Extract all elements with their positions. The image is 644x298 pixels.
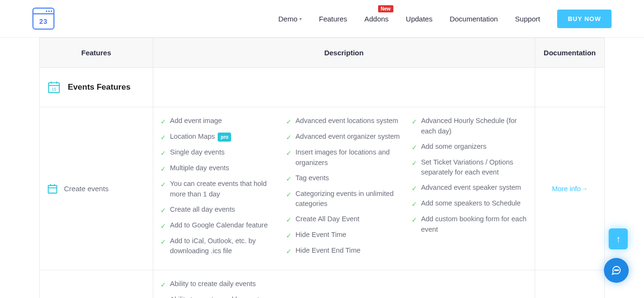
check-icon: ✓ [412, 199, 417, 209]
feature-text: Set Ticket Variations / Options separate… [421, 157, 528, 178]
feature-item: ✓Multiple day events [160, 163, 276, 174]
feature-item: ✓Add event image [160, 116, 276, 127]
more-info-text: More info [552, 185, 581, 193]
feature-text: Add to Google Calendar feature [170, 220, 268, 231]
feature-item: ✓Create all day events [160, 205, 276, 216]
feature-item: ✓Ability to create daily events [160, 279, 528, 290]
calendar-15-icon: 15 [47, 80, 61, 94]
check-icon: ✓ [160, 148, 166, 158]
col-header-description: Description [153, 38, 535, 68]
feature-item: ✓Ability to create weekly events [160, 295, 528, 298]
feature-text: Ability to create weekly events [170, 295, 263, 298]
svg-point-9 [614, 270, 615, 271]
chat-button[interactable] [604, 258, 629, 283]
feature-text: Location Mapspro [170, 132, 231, 142]
check-icon: ✓ [286, 247, 292, 257]
nav-label: Features [319, 15, 347, 23]
feature-item: ✓Add some speakers to Schedule [412, 198, 528, 209]
check-icon: ✓ [286, 174, 292, 184]
check-icon: ✓ [160, 280, 166, 290]
feature-item: ✓Add some organizers [412, 142, 528, 153]
feature-item: ✓Hide Event Time [286, 230, 402, 241]
feature-item: ✓You can create events that hold more th… [160, 179, 276, 200]
check-icon: ✓ [160, 133, 166, 143]
nav-label: Demo [278, 15, 297, 23]
check-icon: ✓ [412, 184, 417, 194]
svg-text:15: 15 [52, 87, 56, 92]
row-label: Create events [64, 185, 108, 193]
feature-text: Advanced Hourly Schedule (for each day) [421, 116, 528, 137]
col-header-documentation: Documentation [535, 38, 604, 68]
table-row: Repeating events ✓Ability to create dail… [40, 270, 605, 298]
check-icon: ✓ [160, 164, 166, 174]
svg-rect-5 [48, 185, 57, 193]
feature-item: ✓Add to Google Calendar feature [160, 220, 276, 231]
feature-text: Create All Day Event [296, 214, 359, 225]
feature-text: Create all day events [170, 205, 235, 215]
nav-label: Addons [364, 15, 389, 23]
feature-item: ✓Create All Day Event [286, 214, 402, 225]
feature-text: Insert images for locations and organize… [296, 147, 402, 168]
header: 23 Demo ▾ Features Addons New Updates Do… [0, 0, 644, 38]
check-icon: ✓ [286, 231, 292, 241]
feature-text: Hide Event Time [296, 230, 346, 240]
feature-item: ✓Advanced event organizer system [286, 132, 402, 143]
feature-item: ✓Advanced event speaker system [412, 183, 528, 194]
nav-addons[interactable]: Addons New [364, 15, 389, 23]
check-icon: ✓ [286, 190, 292, 200]
svg-point-11 [618, 270, 619, 271]
check-icon: ✓ [160, 237, 166, 247]
section-row: 15 Events Features [40, 68, 605, 107]
check-icon: ✓ [286, 215, 292, 225]
logo-text: 23 [33, 14, 53, 29]
nav-updates[interactable]: Updates [406, 15, 433, 23]
feature-item: ✓Add custom booking form for each event [412, 214, 528, 235]
feature-text: Ability to create daily events [170, 279, 256, 289]
nav-label: Documentation [450, 15, 498, 23]
buy-now-button[interactable]: BUY NOW [557, 10, 612, 28]
nav-support[interactable]: Support [515, 15, 540, 23]
feature-text: Advanced event speaker system [421, 183, 521, 193]
feature-text: Add some organizers [421, 142, 486, 152]
more-info-link[interactable]: More info → [552, 185, 587, 193]
feature-text: Add custom booking form for each event [421, 214, 528, 235]
feature-text: Tag events [296, 173, 329, 184]
feature-item: ✓Location Mapspro [160, 132, 276, 143]
feature-text: Multiple day events [170, 163, 229, 174]
check-icon: ✓ [160, 117, 166, 127]
feature-text: Add to iCal, Outlook, etc. by downloadin… [170, 236, 276, 257]
nav-demo[interactable]: Demo ▾ [278, 15, 302, 23]
check-icon: ✓ [412, 158, 417, 168]
feature-item: ✓Set Ticket Variations / Options separat… [412, 157, 528, 178]
feature-text: Hide Event End Time [296, 246, 360, 256]
new-badge: New [378, 5, 394, 12]
nav-label: Support [515, 15, 540, 23]
feature-text: Single day events [170, 147, 224, 158]
feature-item: ✓Hide Event End Time [286, 246, 402, 257]
section-title: Events Features [68, 82, 130, 92]
check-icon: ✓ [160, 206, 166, 216]
feature-item: ✓Single day events [160, 147, 276, 158]
feature-list: ✓Add event image✓Location Mapspro✓Single… [160, 116, 528, 261]
check-icon: ✓ [286, 148, 292, 158]
scroll-to-top-button[interactable]: ↑ [609, 228, 628, 249]
feature-item: ✓Advanced Hourly Schedule (for each day) [412, 116, 528, 137]
feature-text: Add event image [170, 116, 222, 126]
nav-features[interactable]: Features [319, 15, 347, 23]
feature-text: Advanced event organizer system [296, 132, 400, 142]
feature-list: ✓Ability to create daily events✓Ability … [160, 279, 528, 298]
features-table: Features Description Documentation 15 [39, 38, 605, 298]
check-icon: ✓ [160, 221, 166, 231]
svg-point-10 [616, 270, 617, 271]
feature-text: Add some speakers to Schedule [421, 198, 521, 209]
nav-documentation[interactable]: Documentation [450, 15, 498, 23]
content: Features Description Documentation 15 [0, 38, 644, 298]
logo[interactable]: 23 [32, 8, 54, 30]
feature-item: ✓Insert images for locations and organiz… [286, 147, 402, 168]
feature-text: Advanced event locations system [296, 116, 398, 126]
feature-item: ✓Categorizing events in unlimited catego… [286, 189, 402, 210]
nav-label: Updates [406, 15, 433, 23]
chevron-down-icon: ▾ [299, 16, 302, 21]
feature-item: ✓Tag events [286, 173, 402, 184]
feature-text: Categorizing events in unlimited categor… [296, 189, 402, 210]
